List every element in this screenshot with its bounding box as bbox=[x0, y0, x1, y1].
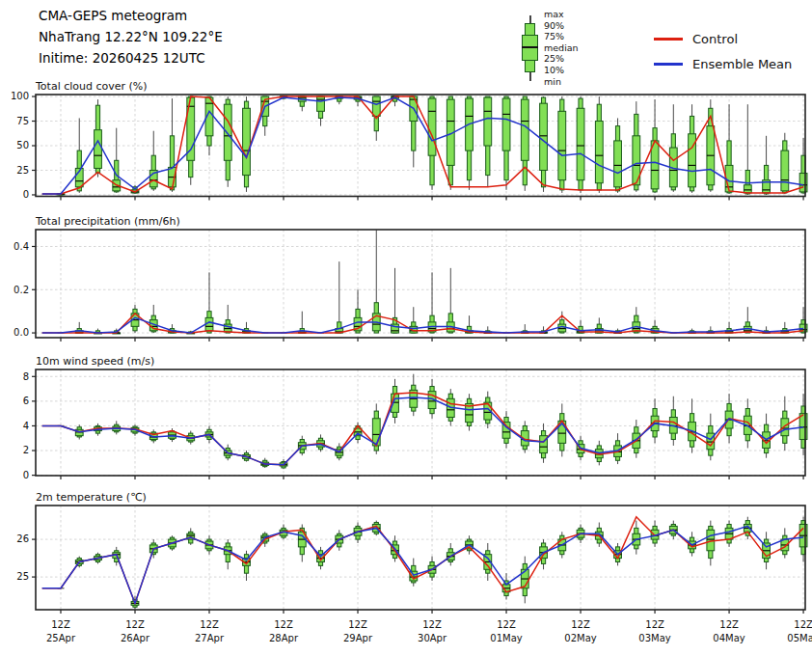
ytick-wind: 8 bbox=[23, 371, 29, 382]
xtick-date: 28Apr bbox=[269, 633, 299, 643]
xtick-date: 25Apr bbox=[46, 633, 76, 643]
meteogram-figure: CMA-GEPS meteogram NhaTrang 12.22°N 109.… bbox=[0, 0, 812, 656]
xtick-hour: 12Z bbox=[794, 619, 812, 630]
ytick-wind: 0 bbox=[23, 470, 29, 480]
panel-precip: Total precipitation (mm/6h)0.00.20.4 bbox=[14, 215, 807, 342]
ytick-precip: 0.4 bbox=[14, 241, 29, 252]
ytick-cloud: 0 bbox=[23, 189, 29, 200]
ytick-wind: 4 bbox=[23, 421, 29, 431]
xtick-date: 29Apr bbox=[343, 633, 373, 643]
ytick-temp: 26 bbox=[16, 533, 29, 544]
xtick-date: 01May bbox=[490, 633, 522, 643]
xtick-date: 04May bbox=[713, 633, 744, 643]
panel-title-precip: Total precipitation (mm/6h) bbox=[35, 215, 180, 228]
panel-title-wind: 10m wind speed (m/s) bbox=[36, 355, 154, 368]
panel-temp: 2m temperature (℃)2526 bbox=[16, 491, 807, 614]
xtick-hour: 12Z bbox=[274, 619, 293, 630]
xtick-date: 30Apr bbox=[418, 633, 447, 643]
ytick-precip: 0.2 bbox=[14, 285, 29, 295]
ytick-cloud: 25 bbox=[16, 165, 29, 176]
xtick-hour: 12Z bbox=[200, 619, 219, 630]
xtick-hour: 12Z bbox=[125, 619, 145, 630]
control-line-temp bbox=[42, 517, 803, 604]
xtick-hour: 12Z bbox=[645, 619, 664, 630]
xtick-hour: 12Z bbox=[571, 619, 590, 630]
panel-wind: 10m wind speed (m/s)02468 bbox=[23, 355, 807, 480]
xtick-hour: 12Z bbox=[348, 619, 367, 630]
xtick-hour: 12Z bbox=[719, 619, 739, 630]
xtick-date: 03May bbox=[638, 633, 670, 643]
xtick-date: 26Apr bbox=[121, 633, 150, 643]
panel-title-temp: 2m temperature (℃) bbox=[36, 491, 147, 504]
ytick-temp: 25 bbox=[16, 571, 29, 582]
xtick-date: 27Apr bbox=[195, 633, 225, 643]
xtick-date: 05May bbox=[787, 633, 812, 643]
xtick-hour: 12Z bbox=[422, 619, 442, 630]
box-plots-wind bbox=[57, 374, 806, 469]
meteogram-canvas: Total cloud cover (%)0255075100Total pre… bbox=[0, 0, 812, 656]
ytick-wind: 2 bbox=[23, 445, 29, 455]
xtick-hour: 12Z bbox=[51, 619, 70, 630]
panel-title-cloud: Total cloud cover (%) bbox=[35, 80, 148, 93]
ytick-cloud: 50 bbox=[16, 140, 29, 150]
xtick-date: 02May bbox=[564, 633, 596, 643]
x-axis-labels: 12Z25Apr12Z26Apr12Z27Apr12Z28Apr12Z29Apr… bbox=[46, 619, 812, 643]
box-plots-cloud bbox=[57, 96, 807, 195]
ensemble-mean-line-temp bbox=[42, 526, 803, 603]
ytick-precip: 0.0 bbox=[14, 327, 29, 338]
xtick-hour: 12Z bbox=[497, 619, 516, 630]
ytick-cloud: 75 bbox=[16, 116, 29, 126]
ytick-wind: 6 bbox=[23, 396, 29, 406]
panel-cloud: Total cloud cover (%)0255075100 bbox=[11, 80, 807, 201]
ytick-cloud: 100 bbox=[11, 91, 29, 101]
